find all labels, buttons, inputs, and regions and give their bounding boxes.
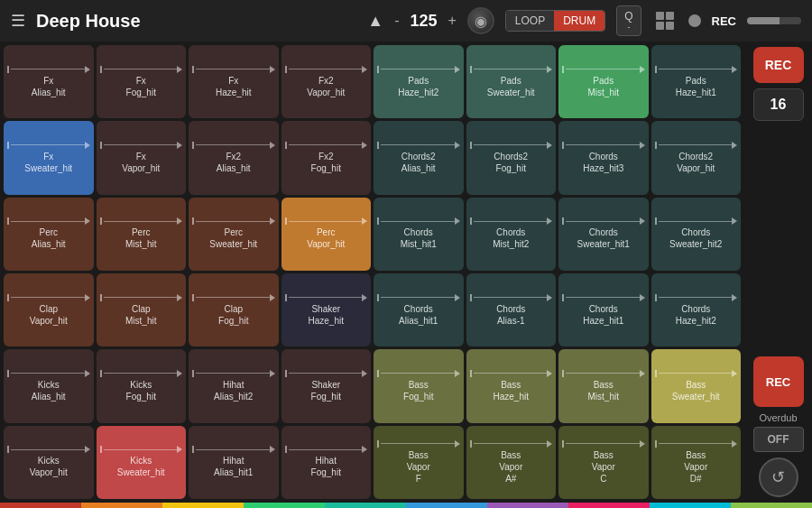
header: ☰ Deep House ▲ - 125 + ◉ LOOP DRUM Q - R…	[0, 0, 812, 42]
pad-cell[interactable]: Chords Haze_hit1	[558, 273, 649, 346]
pad-cell[interactable]: Shaker Fog_hit	[281, 349, 372, 422]
pad-label: Chords Mist_hit1	[401, 226, 437, 250]
pad-cell[interactable]: Kicks Fog_hit	[97, 349, 187, 422]
pad-cell[interactable]: Fx Haze_hit	[189, 45, 279, 118]
pad-label: Chords Sweater_hit2	[669, 226, 722, 250]
pad-arrow	[192, 66, 275, 73]
pad-cell[interactable]: Kicks Sweater_hit	[97, 426, 187, 499]
pad-cell[interactable]: Chords Sweater_hit1	[558, 198, 649, 271]
pad-arrow	[377, 440, 460, 448]
pad-cell[interactable]: Chords Haze_hit3	[558, 121, 649, 194]
pad-cell[interactable]: Fx Sweater_hit	[4, 121, 94, 194]
pad-cell[interactable]: Fx2 Alias_hit	[189, 121, 279, 194]
pad-cell[interactable]: Kicks Vapor_hit	[4, 426, 94, 499]
grid-row-3: Clap Vapor_hitClap Mist_hitClap Fog_hitS…	[4, 273, 741, 346]
pad-arrow	[655, 370, 738, 377]
pad-arrow	[562, 440, 645, 448]
metronome-icon: ▲	[367, 12, 383, 31]
pad-arrow	[285, 446, 368, 453]
pad-arrow	[100, 66, 183, 73]
sidebar: REC 16 REC Overdub OFF ↺	[744, 42, 812, 503]
pad-cell[interactable]: Chords Mist_hit1	[374, 198, 464, 271]
pad-cell[interactable]: Chords Haze_hit2	[651, 273, 742, 346]
pad-cell[interactable]: Chords Sweater_hit2	[651, 198, 742, 271]
pad-cell[interactable]: Bass Fog_hit	[374, 349, 464, 422]
color-bar-segment	[81, 503, 162, 508]
pad-label: Pads Sweater_hit	[487, 75, 535, 98]
pad-cell[interactable]: Bass Haze_hit	[466, 349, 557, 422]
pad-cell[interactable]: Perc Vapor_hit	[281, 198, 372, 271]
pad-label: Clap Fog_hit	[218, 303, 248, 327]
pad-cell[interactable]: Pads Mist_hit	[558, 45, 649, 118]
pad-label: Fx Fog_hit	[126, 75, 156, 98]
rec-button[interactable]: REC	[753, 47, 804, 83]
pad-cell[interactable]: Chords Alias_hit1	[374, 273, 464, 346]
pad-cell[interactable]: Shaker Haze_hit	[281, 273, 372, 346]
loop-drum-toggle: LOOP DRUM	[505, 10, 605, 32]
tempo-plus-button[interactable]: +	[448, 13, 457, 29]
pad-cell[interactable]: Perc Alias_hit	[4, 198, 94, 271]
pad-arrow	[285, 370, 368, 377]
color-bar-segment	[487, 503, 568, 508]
pad-arrow	[655, 440, 738, 448]
pad-arrow	[377, 294, 460, 301]
color-bar-segment	[406, 503, 487, 508]
pad-cell[interactable]: Chords2 Fog_hit	[466, 121, 557, 194]
pad-cell[interactable]: Perc Mist_hit	[97, 198, 187, 271]
drum-button[interactable]: DRUM	[554, 11, 604, 31]
rec-button-2[interactable]: REC	[753, 356, 804, 407]
pad-label: Chords Haze_hit3	[583, 151, 623, 174]
pad-cell[interactable]: Bass Sweater_hit	[651, 349, 742, 422]
pad-cell[interactable]: Fx Vapor_hit	[97, 121, 187, 194]
pad-cell[interactable]: Clap Fog_hit	[189, 273, 279, 346]
pad-cell[interactable]: Chords Mist_hit2	[466, 198, 557, 271]
pad-cell[interactable]: Fx2 Fog_hit	[281, 121, 372, 194]
pad-cell[interactable]: Chords Alias-1	[466, 273, 557, 346]
pad-cell[interactable]: Pads Haze_hit1	[651, 45, 742, 118]
pad-cell[interactable]: Pads Haze_hit2	[374, 45, 464, 118]
color-bar-segment	[0, 503, 81, 508]
pad-arrow	[7, 294, 90, 301]
pad-arrow	[470, 217, 553, 225]
pad-cell[interactable]: Bass Mist_hit	[558, 349, 649, 422]
loop-button[interactable]: LOOP	[506, 11, 554, 31]
pad-label: Pads Haze_hit1	[676, 75, 716, 98]
pad-cell[interactable]: Bass Vapor C	[558, 426, 649, 499]
color-bar-segment	[325, 503, 406, 508]
pad-cell[interactable]: Clap Mist_hit	[97, 273, 187, 346]
pad-cell[interactable]: Hihat Alias_hit2	[189, 349, 279, 422]
pad-cell[interactable]: Fx Fog_hit	[97, 45, 187, 118]
pad-grid: Fx Alias_hitFx Fog_hitFx Haze_hitFx2 Vap…	[0, 42, 744, 503]
pad-label: Clap Mist_hit	[125, 303, 156, 327]
pad-label: Bass Sweater_hit	[672, 379, 720, 402]
pad-cell[interactable]: Fx2 Vapor_hit	[281, 45, 372, 118]
pad-cell[interactable]: Hihat Fog_hit	[281, 426, 372, 499]
overdub-toggle[interactable]: OFF	[753, 427, 804, 452]
pad-cell[interactable]: Bass Vapor D#	[651, 426, 742, 499]
pad-label: Chords2 Vapor_hit	[677, 151, 715, 174]
pad-cell[interactable]: Bass Vapor F	[374, 426, 464, 499]
pad-arrow	[470, 66, 553, 73]
record-status-dot	[688, 14, 701, 27]
refresh-button[interactable]: ↺	[759, 457, 798, 497]
pad-cell[interactable]: Hihat Alias_hit1	[189, 426, 279, 499]
pad-cell[interactable]: Pads Sweater_hit	[466, 45, 557, 118]
pad-cell[interactable]: Fx Alias_hit	[4, 45, 94, 118]
pad-cell[interactable]: Kicks Alias_hit	[4, 349, 94, 422]
pad-cell[interactable]: Clap Vapor_hit	[4, 273, 94, 346]
pad-cell[interactable]: Bass Vapor A#	[466, 426, 557, 499]
grid-view-icon[interactable]	[652, 8, 678, 33]
master-knob[interactable]: ◉	[467, 7, 494, 34]
menu-icon[interactable]: ☰	[11, 11, 25, 31]
pad-arrow	[285, 66, 368, 73]
tempo-minus-button[interactable]: -	[394, 13, 399, 29]
pad-cell[interactable]: Chords2 Vapor_hit	[651, 121, 742, 194]
pad-arrow	[7, 370, 90, 377]
pad-cell[interactable]: Perc Sweater_hit	[189, 198, 279, 271]
pad-arrow	[7, 142, 90, 149]
pad-arrow	[562, 217, 645, 225]
quantize-button[interactable]: Q -	[616, 5, 641, 36]
pad-arrow	[655, 142, 738, 149]
pad-cell[interactable]: Chords2 Alias_hit	[374, 121, 464, 194]
pad-arrow	[562, 370, 645, 377]
